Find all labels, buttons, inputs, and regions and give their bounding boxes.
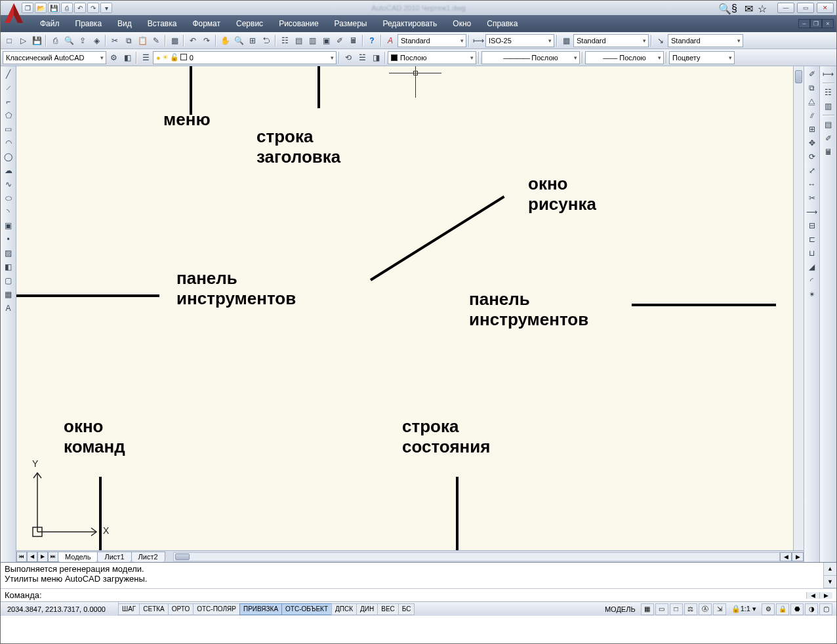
dimstyle-icon[interactable]: ⟼	[472, 34, 485, 47]
pan-icon[interactable]: ✋	[218, 34, 232, 47]
layer-prev-icon[interactable]: ⟲	[342, 51, 355, 64]
text-icon[interactable]: A	[2, 302, 15, 315]
tab-next-button[interactable]: ▶	[37, 552, 48, 562]
fillet-icon[interactable]: ◜	[806, 274, 819, 287]
qat-redo-icon[interactable]: ↷	[87, 3, 99, 13]
move-icon[interactable]: ✥	[806, 136, 819, 150]
plotstyle-combo[interactable]: Поцвету	[669, 51, 735, 64]
cmd-scroll-up-button[interactable]: ▲	[824, 563, 836, 576]
layer-combo[interactable]: ● ☀ 🔓 0	[153, 51, 337, 64]
ellipse-icon[interactable]: ⬭	[2, 191, 15, 205]
tool-pal-icon[interactable]: ▥	[822, 100, 835, 113]
qat-open-icon[interactable]: 📂	[35, 3, 47, 13]
status-toggle-орто[interactable]: ОРТО	[168, 603, 194, 615]
extend-icon[interactable]: ⟶	[806, 205, 819, 218]
mdi-restore-button[interactable]: ❐	[810, 19, 822, 28]
coordinates-display[interactable]: 2034.3847, 2213.7317, 0.0000	[1, 602, 119, 616]
block-editor-icon[interactable]: ▦	[168, 34, 181, 47]
cmd-scroll-down-button[interactable]: ▼	[824, 576, 836, 589]
space-label[interactable]: МОДЕЛЬ	[601, 605, 640, 613]
menu-insert[interactable]: Вставка	[140, 15, 185, 32]
publish-icon[interactable]: ⇪	[76, 34, 89, 47]
break-icon[interactable]: ⊏	[806, 233, 819, 246]
layer-manager-icon[interactable]: ☰	[139, 51, 152, 64]
explode-icon[interactable]: ✴	[806, 288, 819, 301]
annotation-vis-icon[interactable]: Ⓐ	[699, 603, 712, 615]
3ddwf-icon[interactable]: ◈	[90, 34, 103, 47]
zoom-rt-icon[interactable]: 🔍	[232, 34, 245, 47]
linetype-combo[interactable]: ———— Послою	[481, 51, 580, 64]
polyline-icon[interactable]: ⌐	[2, 95, 15, 108]
join-icon[interactable]: ⊔	[806, 247, 819, 260]
mdi-minimize-button[interactable]: –	[798, 19, 810, 28]
table-style-combo[interactable]: Standard	[573, 34, 649, 47]
quickview-layouts-icon[interactable]: ▭	[655, 603, 668, 615]
copy-icon[interactable]: ⧉	[806, 81, 819, 94]
break-pt-icon[interactable]: ⊟	[806, 219, 819, 232]
menu-help[interactable]: Справка	[479, 15, 525, 32]
command-input[interactable]	[42, 590, 806, 600]
spline-icon[interactable]: ∿	[2, 178, 15, 191]
hscroll-right-button[interactable]: ▶	[792, 552, 804, 561]
status-toggle-бс[interactable]: БС	[398, 603, 415, 615]
maximize-button[interactable]: ▭	[797, 3, 814, 13]
ellipse-arc-icon[interactable]: ◝	[2, 205, 15, 218]
menu-draw[interactable]: Рисование	[271, 15, 326, 32]
menu-view[interactable]: Вид	[110, 15, 140, 32]
tab-layout2[interactable]: Лист2	[131, 552, 165, 562]
preview-icon[interactable]: 🔍	[62, 34, 75, 47]
text-style-combo[interactable]: Standard	[398, 34, 466, 47]
zoom-prev-icon[interactable]: ⮌	[260, 34, 273, 47]
menu-file[interactable]: Файл	[32, 15, 68, 32]
infocenter-icon[interactable]: §	[731, 3, 745, 13]
calc-icon[interactable]: 🖩	[822, 146, 835, 159]
open-icon[interactable]: ▷	[16, 34, 30, 47]
menu-tools[interactable]: Сервис	[228, 15, 271, 32]
close-button[interactable]: ✕	[817, 3, 834, 13]
tab-model[interactable]: Модель	[58, 552, 98, 562]
cmd-right-button[interactable]: ▶	[820, 592, 832, 599]
tab-layout1[interactable]: Лист1	[97, 552, 131, 562]
isolate-icon[interactable]: ◑	[805, 603, 818, 615]
save-icon[interactable]: 💾	[30, 34, 43, 47]
new-icon[interactable]: □	[3, 34, 16, 47]
undo-icon[interactable]: ↶	[186, 34, 199, 47]
status-toggle-привязка[interactable]: ПРИВЯЗКА	[239, 603, 282, 615]
qat-undo-icon[interactable]: ↶	[74, 3, 86, 13]
tab-first-button[interactable]: ⏮	[16, 552, 27, 562]
status-toggle-сетка[interactable]: СЕТКА	[139, 603, 169, 615]
dcenter-icon[interactable]: ▤	[292, 34, 305, 47]
status-toggle-вес[interactable]: ВЕС	[377, 603, 399, 615]
dim-style-combo[interactable]: ISO-25	[485, 34, 554, 47]
help-icon[interactable]: ?	[365, 34, 378, 47]
rotate-icon[interactable]: ⟳	[806, 150, 819, 163]
color-combo[interactable]: Послою	[388, 51, 476, 64]
tab-prev-button[interactable]: ◀	[27, 552, 37, 562]
stretch-icon[interactable]: ↔	[806, 178, 819, 191]
sheet-icon[interactable]: ▤	[822, 118, 835, 131]
menu-window[interactable]: Окно	[445, 15, 479, 32]
erase-icon[interactable]: ✐	[806, 68, 819, 81]
mleader-style-combo[interactable]: Standard	[668, 34, 743, 47]
properties-icon[interactable]: ☷	[278, 34, 291, 47]
status-toggle-отс-поляр[interactable]: ОТС-ПОЛЯР	[193, 603, 240, 615]
rectangle-icon[interactable]: ▭	[2, 123, 15, 136]
polygon-icon[interactable]: ⬠	[2, 109, 15, 122]
scale-icon[interactable]: ⤢	[806, 164, 819, 177]
scale-label[interactable]: 🔒1:1 ▾	[727, 605, 760, 613]
status-toggle-отс-объект[interactable]: ОТС-ОБЪЕКТ	[281, 603, 332, 615]
ws-save-icon[interactable]: ◧	[121, 51, 134, 64]
calc-icon[interactable]: 🖩	[347, 34, 360, 47]
minimize-button[interactable]: —	[777, 3, 794, 13]
markup-icon[interactable]: ✐	[822, 132, 835, 145]
ws-settings-icon[interactable]: ⚙	[107, 51, 120, 64]
status-toggle-дпск[interactable]: ДПСК	[331, 603, 357, 615]
paste-icon[interactable]: 📋	[136, 34, 149, 47]
hatch-icon[interactable]: ▨	[2, 247, 15, 260]
favorite-icon[interactable]: ☆	[758, 3, 771, 13]
mirror-icon[interactable]: ⧋	[806, 95, 819, 108]
plot-icon[interactable]: ⎙	[49, 34, 62, 47]
xline-icon[interactable]: ⟋	[2, 81, 15, 94]
layer-iso-icon[interactable]: ◨	[369, 51, 382, 64]
qat-print-icon[interactable]: ⎙	[61, 3, 73, 13]
